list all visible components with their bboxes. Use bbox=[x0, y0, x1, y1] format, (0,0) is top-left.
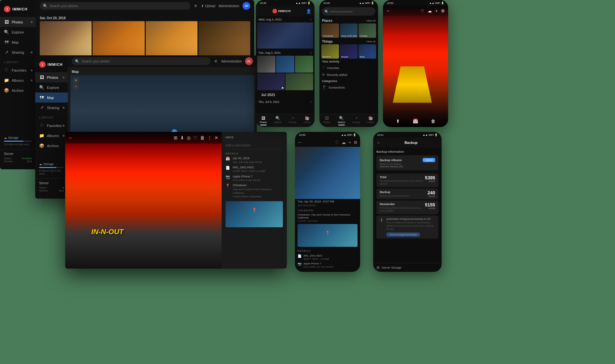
sidebar-item-photos-2[interactable]: 🖼 Photos bbox=[35, 72, 68, 82]
server-label-2: Server bbox=[39, 181, 64, 185]
thing-boat[interactable]: Boat bbox=[359, 44, 376, 59]
sidebar-item-explore[interactable]: 🔍 Explore bbox=[0, 27, 36, 37]
nav-photos-1[interactable]: 🖼 Photos bbox=[256, 114, 271, 127]
photo-thumb[interactable] bbox=[198, 21, 250, 60]
sidebar-item-explore-2[interactable]: 🔍 Explore bbox=[35, 82, 68, 92]
view-all-things[interactable]: View all bbox=[367, 40, 375, 43]
thing-bicycle[interactable]: bicycle bbox=[340, 44, 358, 59]
photo-mob-1[interactable] bbox=[257, 22, 313, 49]
nav-library-2[interactable]: 📚 Library bbox=[363, 114, 378, 127]
search-input-2[interactable] bbox=[81, 60, 207, 63]
upload-button[interactable]: ⬆ Upload bbox=[201, 4, 215, 8]
mob-back-icon[interactable]: ← bbox=[386, 8, 391, 13]
mob-heart-icon[interactable]: ♡ bbox=[420, 8, 424, 13]
mob-profile-icon[interactable]: 👤 bbox=[306, 9, 311, 14]
share-icon[interactable]: ◎ bbox=[187, 135, 191, 140]
recently-added-activity[interactable]: ⟳ Recently added bbox=[319, 71, 378, 78]
heart-icon[interactable]: ♡ bbox=[193, 135, 198, 140]
thing-banana[interactable]: Banana bbox=[321, 44, 339, 59]
nav-photos-2[interactable]: 🖼 Photos bbox=[319, 114, 334, 127]
sidebar-item-favorites-2[interactable]: ♡ Favorites bbox=[35, 120, 68, 131]
sidebar-item-sharing-2[interactable]: ↗ Sharing bbox=[35, 103, 68, 113]
mob-settings-detail[interactable]: ⚙ bbox=[354, 140, 358, 145]
zoom-in[interactable]: + bbox=[73, 77, 79, 83]
download-icon[interactable]: ⬇ bbox=[180, 135, 184, 140]
search-input[interactable] bbox=[50, 4, 187, 8]
sidebar-item-archive-2[interactable]: 📦 Archive bbox=[35, 141, 68, 151]
mob-search-bar[interactable]: 🔍 bbox=[322, 7, 375, 16]
sidebar-item-photos[interactable]: 🖼 Photos bbox=[0, 17, 36, 27]
nav-sharing-2[interactable]: ↗ Sharing bbox=[349, 114, 363, 127]
places-header: Places View all bbox=[319, 17, 378, 23]
user-avatar[interactable]: JO bbox=[242, 2, 250, 10]
mob-settings-icon[interactable]: ⚙ bbox=[441, 8, 445, 13]
sidebar-item-albums[interactable]: 📁 Albums bbox=[0, 75, 36, 85]
mob-calendar-icon[interactable]: 📅 bbox=[413, 119, 418, 124]
badge bbox=[63, 125, 65, 127]
online-indicator: ● Online bbox=[22, 157, 32, 160]
location-map-thumbnail[interactable] bbox=[226, 201, 283, 227]
grid-icon[interactable]: ⊞ bbox=[174, 135, 178, 140]
screenshots-category[interactable]: 📱 Screenshots bbox=[319, 84, 378, 91]
avatar-2[interactable]: AL bbox=[245, 57, 253, 65]
sharing-icon: ↗ bbox=[4, 50, 9, 55]
admin-link[interactable]: Administration bbox=[219, 4, 239, 8]
albums-badge bbox=[31, 79, 33, 81]
thumb-4[interactable]: ▶ bbox=[257, 73, 285, 90]
mob-location-map[interactable] bbox=[298, 224, 358, 247]
mob-photo-thumbnail bbox=[295, 147, 360, 199]
favorites-activity[interactable]: ♡ Favorites bbox=[319, 64, 378, 71]
thumb-2[interactable] bbox=[276, 56, 294, 73]
signal-3: ▲▲ WiFi 🔋 bbox=[429, 2, 444, 5]
sidebar-item-albums-2[interactable]: 📁 Albums bbox=[35, 131, 68, 141]
theme-toggle-icon[interactable]: ☀ bbox=[194, 3, 198, 8]
mob-viewer-right-icons: ♡ ☁ + ⚙ bbox=[420, 8, 445, 13]
mob-back-detail[interactable]: ← bbox=[298, 140, 302, 145]
add-description[interactable]: Add a description bbox=[226, 142, 283, 149]
mob-add-desc[interactable]: Add description... bbox=[295, 203, 360, 208]
thumb-5[interactable] bbox=[286, 73, 313, 90]
mob-search-input[interactable] bbox=[330, 10, 373, 13]
storage-fill bbox=[4, 141, 23, 142]
close-icon[interactable]: ✕ bbox=[214, 135, 218, 140]
mob-share-icon[interactable]: ⬆ bbox=[396, 119, 400, 124]
mob-delete-icon[interactable]: 🗑 bbox=[431, 119, 435, 124]
mob-plus-detail[interactable]: + bbox=[348, 140, 351, 145]
sidebar-item-sharing[interactable]: ↗ Sharing bbox=[0, 47, 36, 57]
select-button[interactable]: Select bbox=[423, 158, 435, 162]
zoom-out[interactable]: − bbox=[73, 84, 79, 90]
search-box-2[interactable]: 🔍 bbox=[72, 57, 211, 65]
place-omaha[interactable]: Omaha bbox=[359, 23, 376, 38]
trash-icon[interactable]: 🗑 bbox=[200, 135, 205, 140]
view-all-places[interactable]: View all bbox=[367, 19, 375, 22]
mob-plus-icon[interactable]: + bbox=[435, 8, 438, 13]
nav-search-1[interactable]: 🔍 Search bbox=[271, 114, 285, 127]
place-chinatown[interactable]: Chinatown bbox=[321, 23, 339, 38]
photo-thumb[interactable] bbox=[40, 21, 92, 60]
sidebar-item-archive[interactable]: 📦 Archive bbox=[0, 85, 36, 95]
thumb-1[interactable] bbox=[257, 56, 275, 73]
nav-search-2[interactable]: 🔍 Search bbox=[334, 114, 349, 127]
sidebar-item-favorites[interactable]: ♡ Favorites bbox=[0, 65, 36, 75]
sidebar-item-map-2[interactable]: 🗺 Map bbox=[35, 92, 68, 103]
photo-thumb[interactable] bbox=[93, 21, 144, 60]
more-icon[interactable]: ⋮ bbox=[207, 135, 212, 140]
theme-icon-2[interactable]: ☀ bbox=[214, 59, 218, 64]
mob-back-backup[interactable]: ← bbox=[376, 140, 381, 145]
search-box[interactable]: 🔍 bbox=[40, 2, 190, 10]
albums-selected: Selected: Recents (All) bbox=[380, 165, 435, 168]
nav-sharing-1[interactable]: ↗ Sharing bbox=[285, 114, 300, 127]
mob-cloud-icon[interactable]: ☁ bbox=[428, 8, 432, 13]
place-northside[interactable]: Near north side bbox=[340, 23, 358, 38]
back-icon[interactable]: ← bbox=[68, 135, 73, 140]
mob-cloud-detail[interactable]: ☁ bbox=[342, 140, 346, 145]
albums-icon: 📁 bbox=[4, 78, 9, 83]
thumb-3[interactable] bbox=[295, 56, 313, 73]
photo-thumb[interactable] bbox=[146, 21, 198, 60]
admin-link-2[interactable]: Administration bbox=[221, 60, 242, 63]
turn-on-foreground-button[interactable]: Turn on foreground backup bbox=[386, 232, 420, 237]
sidebar-item-map[interactable]: 🗺 Map bbox=[0, 37, 36, 47]
nav-library-1[interactable]: 📚 Library bbox=[300, 114, 315, 127]
mob-heart-detail[interactable]: ♡ bbox=[335, 140, 339, 145]
label: Favorites bbox=[47, 124, 62, 128]
